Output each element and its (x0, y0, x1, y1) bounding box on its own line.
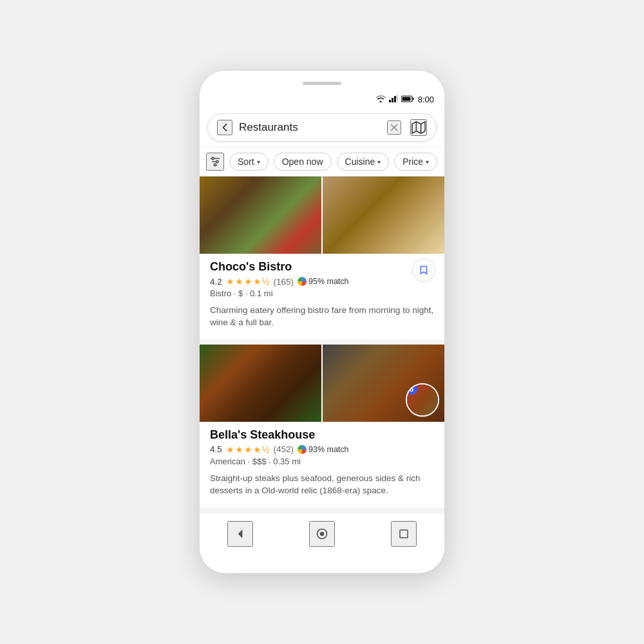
chocos-description: Charming eatery offering bistro fare fro… (200, 305, 444, 329)
bellas-name: Bella's Steakhouse (210, 428, 434, 442)
star-b-4: ★ (253, 444, 261, 455)
search-back-button[interactable] (217, 120, 232, 135)
star-half: ½ (262, 276, 270, 287)
svg-rect-1 (392, 98, 393, 102)
filter-icon-button[interactable] (206, 153, 224, 171)
filter-price-label: Price (402, 156, 423, 167)
filter-chip-cuisine[interactable]: Cuisine ▾ (337, 153, 390, 171)
search-bar-container: Restaurants (200, 108, 444, 147)
chocos-bookmark-button[interactable] (412, 259, 435, 282)
star-3: ★ (244, 276, 252, 287)
svg-point-16 (216, 160, 218, 162)
wifi-icon (375, 93, 386, 105)
filter-cuisine-label: Cuisine (345, 156, 375, 167)
chocos-images (200, 176, 444, 254)
results-container: Choco's Bistro 4.2 ★ ★ ★ ★ ½ (165) 95% m… (200, 176, 444, 513)
search-query: Restaurants (239, 121, 381, 134)
bellas-rating-num: 4.5 (210, 444, 222, 454)
bellas-avatar-image: 5 (407, 384, 438, 415)
bellas-avatar-badge: 5 (406, 383, 439, 417)
bellas-images: 5 (200, 345, 444, 422)
nav-recent-button[interactable] (391, 521, 417, 547)
bellas-match-badge: 93% match (298, 445, 349, 454)
phone-notch (200, 71, 444, 90)
bellas-description: Straight-up steaks plus seafood, generou… (200, 473, 444, 497)
bellas-match-percent: 93% match (308, 445, 349, 454)
star-b-half: ½ (262, 444, 270, 455)
svg-point-15 (212, 157, 214, 159)
star-b-2: ★ (235, 444, 243, 455)
filter-open-now-label: Open now (282, 156, 323, 167)
svg-rect-2 (394, 96, 396, 102)
star-4: ★ (253, 276, 261, 287)
chocos-match-percent: 95% match (308, 277, 349, 286)
svg-marker-18 (238, 529, 243, 538)
svg-rect-5 (402, 97, 410, 101)
signal-icon (389, 93, 398, 105)
svg-point-17 (214, 164, 216, 166)
chevron-down-icon: ▾ (257, 158, 260, 166)
search-clear-button[interactable] (387, 120, 401, 135)
restaurant-card-chocos[interactable]: Choco's Bistro 4.2 ★ ★ ★ ★ ½ (165) 95% m… (200, 176, 444, 345)
chocos-match-badge: 95% match (298, 277, 349, 286)
chocos-info: Choco's Bistro 4.2 ★ ★ ★ ★ ½ (165) 95% m… (200, 254, 444, 305)
restaurant-card-bellas[interactable]: 5 Bella's Steakhouse 4.5 ★ ★ ★ ★ ½ (452) (200, 345, 444, 513)
chevron-down-icon-2: ▾ (377, 158, 381, 166)
chocos-details: Bistro · $ · 0.1 mi (210, 289, 434, 298)
chocos-image-2 (323, 176, 444, 254)
bellas-stars: ★ ★ ★ ★ ½ (226, 444, 270, 455)
star-1: ★ (226, 276, 234, 287)
nav-bar (200, 513, 444, 553)
chocos-stars: ★ ★ ★ ★ ½ (226, 276, 270, 287)
status-icons (375, 93, 414, 105)
filter-chip-sort[interactable]: Sort ▾ (229, 153, 269, 171)
bellas-image-1 (200, 345, 321, 422)
bellas-info: Bella's Steakhouse 4.5 ★ ★ ★ ★ ½ (452) 9… (200, 422, 444, 473)
svg-marker-9 (412, 122, 425, 133)
filter-sort-label: Sort (238, 156, 254, 167)
search-map-button[interactable] (410, 119, 427, 136)
svg-point-20 (320, 531, 325, 536)
bellas-review-count: (452) (273, 444, 294, 454)
battery-icon (401, 93, 414, 105)
status-time: 8:00 (418, 95, 434, 104)
filter-chip-price[interactable]: Price ▾ (394, 153, 437, 171)
status-bar: 8:00 (200, 90, 444, 108)
svg-rect-6 (412, 98, 413, 100)
star-2: ★ (235, 276, 243, 287)
phone-frame: 8:00 Restaurants (200, 71, 444, 573)
filter-bar: Sort ▾ Open now Cuisine ▾ Price ▾ (200, 147, 444, 176)
star-b-1: ★ (226, 444, 234, 455)
chocos-rating-num: 4.2 (210, 277, 222, 287)
svg-rect-3 (397, 95, 398, 102)
bellas-avatar-num: 5 (406, 383, 417, 395)
nav-home-button[interactable] (309, 521, 335, 547)
nav-back-button[interactable] (227, 521, 253, 547)
chocos-image-1 (200, 176, 321, 254)
bellas-details: American · $$$ · 0.35 mi (210, 457, 434, 466)
chocos-rating-row: 4.2 ★ ★ ★ ★ ½ (165) 95% match (210, 276, 434, 287)
svg-rect-0 (389, 100, 391, 102)
bellas-rating-row: 4.5 ★ ★ ★ ★ ½ (452) 93% match (210, 444, 434, 455)
filter-chip-open-now[interactable]: Open now (274, 153, 332, 171)
chocos-review-count: (165) (273, 277, 294, 287)
chevron-down-icon-3: ▾ (426, 158, 429, 166)
svg-rect-21 (400, 530, 408, 538)
search-bar[interactable]: Restaurants (207, 113, 437, 142)
star-b-3: ★ (244, 444, 252, 455)
match-circle-icon-2 (298, 445, 307, 454)
phone-pill (303, 82, 341, 85)
match-circle-icon (298, 277, 307, 286)
chocos-name: Choco's Bistro (210, 260, 434, 274)
